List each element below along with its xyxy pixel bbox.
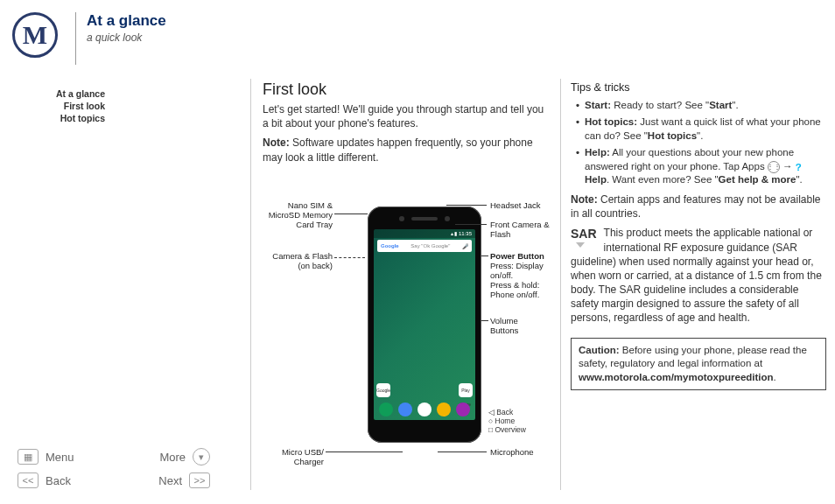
tips-heading: Tips & tricks [571,80,826,95]
apps-icon: ⋮⋮ [768,161,780,173]
label-camera-flash: Camera & Flash(on back) [263,252,333,271]
phone-dock-row-labels: Google Play Store [376,383,473,397]
label-volume-buttons: Volume Buttons [490,317,543,336]
nav-first-look[interactable]: First look [25,100,105,112]
back-label: Back [46,474,71,487]
phone-app-messages [398,402,412,416]
page-subtitle: a quick look [87,32,166,44]
caution-box: Caution: Before using your phone, please… [571,338,826,391]
first-look-intro: Let's get started! We'll guide you throu… [263,102,551,130]
phone-dock [376,402,473,416]
section-nav: At a glance First look Hot topics [18,88,105,125]
nav-at-a-glance[interactable]: At a glance [18,88,105,100]
header-divider [75,12,76,65]
back-icon: << [18,472,39,488]
help-icon: ? [796,161,804,173]
sar-badge: SAR [571,226,597,248]
column-divider-2 [560,79,561,490]
phone-app-camera [456,402,470,416]
first-look-note: Note: Software updates happen frequently… [263,136,551,164]
chevron-down-icon: ▾ [193,448,210,466]
tip-hot-topics: Hot topics: Just want a quick list of wh… [574,116,826,143]
next-button[interactable]: Next >> [114,472,210,488]
phone-app-apps [418,402,432,416]
next-label: Next [158,474,182,487]
menu-label: Menu [46,451,74,464]
label-nav-keys: ◁ Back ○ Home □ Overview [488,408,526,435]
phone-app-phone [379,402,393,416]
phone-search-bar: Google Say "Ok Google" 🎤 [377,240,472,252]
sar-paragraph: SAR This product meets the applicable na… [571,226,826,325]
column-divider-1 [250,79,251,490]
label-usb: Micro USB/ Charger [254,448,324,467]
phone-front-camera [445,216,450,221]
motorola-logo: M [12,12,58,58]
tip-start: Start: Ready to start? See "Start". [574,99,826,113]
menu-icon: ▦ [18,449,39,465]
phone-body: ▴ ▮ 11:35 Google Say "Ok Google" 🎤 Googl… [368,206,481,443]
nav-hot-topics[interactable]: Hot topics [25,112,105,124]
label-power-button: Power Button Press: Display on/off. Pres… [490,252,553,300]
phone-diagram: ▴ ▮ 11:35 Google Say "Ok Google" 🎤 Googl… [263,206,551,478]
tip-help: Help: All your questions about your new … [574,146,826,187]
phone-speaker [411,217,438,220]
caution-url: www.motorola.com/mymotoxpureedition [579,372,774,382]
label-microphone: Microphone [490,448,534,458]
next-icon: >> [189,472,210,488]
menu-button[interactable]: ▦ Menu [18,449,114,465]
label-sim-tray: Nano SIM & MicroSD Memory Card Tray [263,201,333,230]
motorola-logo-glyph: M [23,20,47,50]
page-title: At a glance [87,12,166,30]
phone-front-flash [399,216,404,221]
phone-app-chrome [437,402,451,416]
more-button[interactable]: More ▾ [114,448,210,466]
label-headset-jack: Headset Jack [490,201,541,211]
first-look-heading: First look [263,80,551,99]
more-label: More [159,451,186,464]
phone-statusbar: ▴ ▮ 11:35 [374,229,475,238]
back-button[interactable]: << Back [18,472,114,488]
label-front-camera: Front Camera & Flash [490,220,551,240]
tips-note: Note: Certain apps and features may not … [571,192,826,220]
